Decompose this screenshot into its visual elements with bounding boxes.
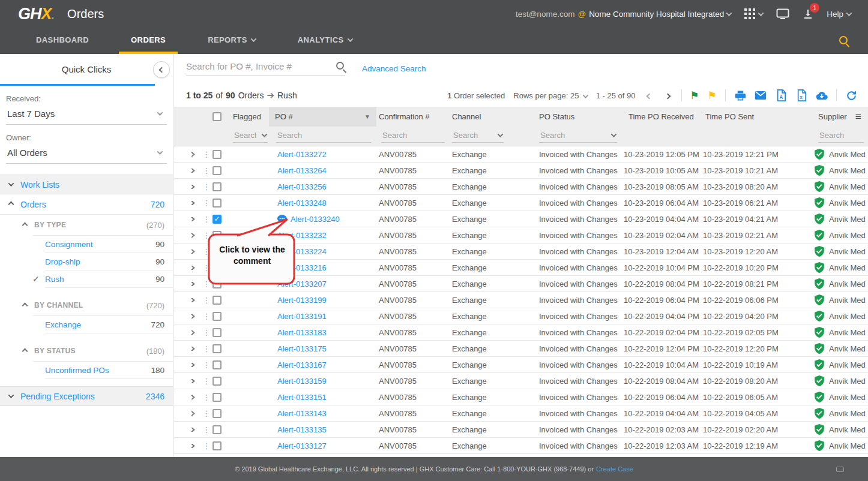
tab-reports[interactable]: REPORTS: [196, 28, 268, 54]
confirmation-filter[interactable]: [381, 130, 445, 143]
table-row[interactable]: ⋮ Alert-0133264 ANV00785 Exchange Invoic…: [174, 163, 868, 179]
column-header-confirmation[interactable]: Confirmation #: [376, 107, 450, 127]
po-link[interactable]: Alert-0133159: [277, 377, 327, 386]
po-search-input[interactable]: [186, 61, 333, 71]
row-expand-button[interactable]: [182, 282, 200, 286]
po-link[interactable]: Alert-0133191: [277, 312, 327, 321]
row-checkbox[interactable]: [212, 425, 222, 434]
tab-analytics[interactable]: ANALYTICS: [286, 28, 364, 54]
row-expand-button[interactable]: [182, 266, 200, 270]
row-expand-button[interactable]: [182, 249, 200, 254]
po-link[interactable]: Alert-0133199: [277, 296, 327, 305]
row-checkbox[interactable]: [212, 409, 222, 418]
row-menu-button[interactable]: ⋮: [200, 247, 212, 256]
po-link[interactable]: Alert-0133127: [277, 441, 327, 450]
account-menu[interactable]: test@nome.com @ Nome Community Hospital …: [516, 10, 731, 19]
monitor-button[interactable]: [776, 8, 789, 20]
select-all-checkbox[interactable]: [212, 112, 222, 121]
row-menu-button[interactable]: ⋮: [200, 393, 212, 402]
po-link[interactable]: Alert-0133207: [277, 279, 327, 288]
create-case-link[interactable]: Create Case: [596, 465, 633, 473]
row-checkbox[interactable]: [212, 279, 222, 288]
apps-grid-button[interactable]: [744, 8, 763, 19]
ghx-logo[interactable]: GHX.: [18, 5, 54, 23]
table-row[interactable]: ⋮ Alert-0133167 ANV00785 Exchange Invoic…: [174, 357, 868, 373]
row-expand-button[interactable]: [182, 363, 200, 367]
group-header-by-channel[interactable]: BY CHANNEL (720): [0, 295, 173, 315]
po-link[interactable]: Alert-0133264: [277, 166, 327, 175]
sidebar-item-drop-ship[interactable]: Drop-ship 90: [0, 253, 173, 270]
print-button[interactable]: [734, 89, 746, 101]
row-menu-button[interactable]: ⋮: [200, 441, 212, 450]
export-excel-button[interactable]: x: [795, 89, 807, 101]
row-menu-button[interactable]: ⋮: [200, 166, 212, 175]
yellow-flag-button[interactable]: ⚑: [708, 91, 717, 101]
table-row[interactable]: ⋮ Alert-0133175 ANV00785 Exchange Invoic…: [174, 341, 868, 357]
row-menu-button[interactable]: ⋮: [200, 328, 212, 337]
row-menu-button[interactable]: ⋮: [200, 312, 212, 321]
table-row[interactable]: ⋮ Alert-0133232 ANV00785 Exchange Invoic…: [174, 227, 868, 243]
po-link[interactable]: Alert-0133167: [277, 360, 327, 369]
row-expand-button[interactable]: [182, 428, 200, 432]
table-row[interactable]: ⋮ Alert-0133248 ANV00785 Exchange Invoic…: [174, 195, 868, 211]
po-filter[interactable]: [276, 130, 371, 143]
next-page-button[interactable]: [663, 89, 673, 102]
advanced-search-link[interactable]: Advanced Search: [362, 64, 426, 73]
sidebar-item-pending-exceptions[interactable]: Pending Exceptions 2346: [0, 386, 173, 406]
row-checkbox[interactable]: [212, 166, 222, 175]
row-expand-button[interactable]: [182, 233, 200, 238]
table-row[interactable]: ⋮ Alert-0133199 ANV00785 Exchange Invoic…: [174, 292, 868, 308]
po-link[interactable]: Alert-0133272: [277, 150, 327, 159]
tab-orders[interactable]: ORDERS: [119, 28, 178, 54]
sidebar-item-exchange[interactable]: Exchange 720: [0, 316, 173, 333]
row-expand-button[interactable]: [182, 444, 200, 448]
po-link[interactable]: Alert-0133248: [277, 199, 327, 208]
row-expand-button[interactable]: [182, 347, 200, 351]
supplier-filter[interactable]: [818, 130, 864, 143]
po-link[interactable]: Alert-0133135: [277, 425, 327, 434]
table-row[interactable]: ⋮ Alert-0133151 ANV00785 Exchange Invoic…: [174, 389, 868, 405]
row-checkbox[interactable]: [212, 182, 222, 191]
row-menu-button[interactable]: ⋮: [200, 150, 212, 159]
row-menu-button[interactable]: ⋮: [200, 409, 212, 418]
po-link[interactable]: Alert-0133183: [277, 328, 327, 337]
row-expand-button[interactable]: [182, 395, 200, 399]
prev-page-button[interactable]: [644, 89, 654, 102]
downloads-button[interactable]: 1: [803, 8, 813, 19]
row-expand-button[interactable]: [182, 411, 200, 416]
table-row[interactable]: ⋮ Alert-0133272 ANV00785 Exchange Invoic…: [174, 146, 868, 163]
po-link[interactable]: Alert-0133151: [277, 393, 327, 402]
sidebar-collapse-button[interactable]: [153, 61, 170, 78]
row-checkbox[interactable]: [212, 344, 222, 353]
table-row[interactable]: ⋮ Alert-0133143 ANV00785 Exchange Invoic…: [174, 405, 868, 422]
table-row[interactable]: ⋮ Alert-0133127 ANV00785 Exchange Invoic…: [174, 438, 868, 454]
column-header-channel[interactable]: Channel: [450, 107, 534, 127]
column-header-flagged[interactable]: Flagged: [233, 107, 269, 127]
table-row[interactable]: ⋮ Alert-0133256 ANV00785 Exchange Invoic…: [174, 179, 868, 195]
global-search-button[interactable]: [836, 28, 849, 54]
row-menu-button[interactable]: ⋮: [200, 231, 212, 240]
table-row[interactable]: ⋮ Alert-0133135 ANV00785 Exchange Invoic…: [174, 422, 868, 438]
row-checkbox[interactable]: [212, 328, 222, 337]
po-link[interactable]: Alert-0133143: [277, 409, 327, 418]
row-menu-button[interactable]: ⋮: [200, 360, 212, 369]
sidebar-item-rush[interactable]: ✓Rush 90: [0, 270, 173, 287]
po-link[interactable]: Alert-0133175: [277, 344, 327, 353]
help-menu[interactable]: Help: [827, 10, 851, 19]
row-checkbox[interactable]: [212, 441, 222, 450]
column-header-status[interactable]: PO Status: [534, 107, 621, 127]
green-flag-button[interactable]: ⚑: [690, 91, 699, 101]
row-checkbox[interactable]: [212, 150, 222, 159]
po-link[interactable]: Alert-0133232: [277, 231, 327, 240]
row-checkbox[interactable]: [212, 231, 222, 240]
sidebar-item-consignment[interactable]: Consignment 90: [0, 236, 173, 252]
refresh-button[interactable]: [845, 89, 857, 101]
row-expand-button[interactable]: [182, 185, 200, 189]
tab-dashboard[interactable]: DASHBOARD: [24, 28, 101, 54]
row-menu-button[interactable]: ⋮: [200, 377, 212, 386]
row-expand-button[interactable]: [182, 314, 200, 318]
row-menu-button[interactable]: ⋮: [200, 263, 212, 272]
email-button[interactable]: [755, 89, 767, 101]
row-menu-button[interactable]: ⋮: [200, 279, 212, 288]
owner-select[interactable]: All Orders: [6, 142, 167, 164]
